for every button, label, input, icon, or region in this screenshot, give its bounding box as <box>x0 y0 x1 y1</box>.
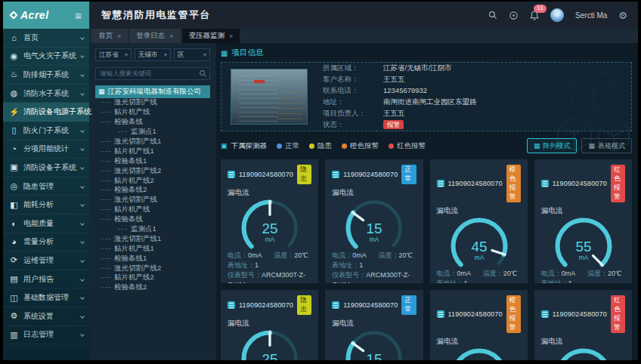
status-badge: 红色报警 <box>611 295 625 333</box>
tree-node[interactable]: 贴片机产线1 <box>95 244 210 254</box>
tree-node[interactable]: 激光切割产线2 <box>95 166 210 176</box>
tree-node-label: 贴片机产线 <box>114 107 150 117</box>
tab-label: 登录日志 <box>136 31 165 41</box>
tree-node[interactable]: 检验条线2 <box>95 282 210 292</box>
gauge-value: 55 <box>575 239 591 254</box>
chevron-down-icon <box>80 165 85 170</box>
tree-node[interactable]: 监测点1 <box>95 224 210 234</box>
avatar[interactable] <box>550 8 564 22</box>
region-select[interactable]: 无锡市 ▾ <box>135 48 171 61</box>
tree-node-label: 检验条线2 <box>114 185 147 195</box>
tree-node[interactable]: 激光切割产线2 <box>95 264 210 273</box>
sidebar-item[interactable]: ◍ 消防水子系统 <box>3 85 89 103</box>
detector-card[interactable]: 11909024580070 橙色报警 漏电流 45 mA <box>430 159 528 283</box>
view-mode-button[interactable]: ▦ 表格模式 <box>581 138 632 153</box>
chevron-down-icon <box>80 239 85 244</box>
tree-node[interactable]: 激光切割产线1 <box>95 137 210 147</box>
tree-node[interactable]: 激光切割产线1 <box>95 234 210 244</box>
tree-node[interactable]: 激光切割产线 <box>95 98 210 108</box>
gear-icon[interactable]: ⚙ <box>618 10 627 21</box>
view-mode-label: 阵列模式 <box>543 141 570 151</box>
caret-down-icon: ▾ <box>125 51 128 58</box>
gauge-value: 15 <box>367 221 382 236</box>
detector-card[interactable]: 11909024580070 红色报警 漏电流 55 mA <box>534 290 632 360</box>
tab-close-icon[interactable]: × <box>229 32 233 40</box>
sidebar-item[interactable]: ◐ 电能质量 <box>3 214 89 233</box>
sidebar-item[interactable]: ⟳ 运维管理 <box>3 251 89 270</box>
tab-bar: 首页 × 登录日志 × 变压器监测 × <box>89 29 638 43</box>
tree-node[interactable]: 贴片机产线2 <box>95 273 210 283</box>
sidebar-item[interactable]: ⌂ 首页 <box>3 29 89 48</box>
tab-close-icon[interactable]: × <box>169 32 173 40</box>
detector-card[interactable]: 11909024580070 橙色报警 漏电流 45 mA <box>430 290 528 360</box>
sidebar-item[interactable]: ▤ 用户报告 <box>3 270 89 289</box>
sidebar-item-label: 隐患管理 <box>23 181 54 192</box>
detector-card[interactable]: 11909024580070 正常 漏电流 15 mA <box>325 290 423 360</box>
chevron-down-icon <box>80 184 85 189</box>
chevron-down-icon <box>80 128 85 133</box>
sidebar-item-icon: ◎ <box>9 181 19 191</box>
status-badge: 橙色报警 <box>506 295 521 333</box>
tree-node-label: 贴片机产线1 <box>114 244 154 254</box>
region-filters: 江苏省 ▾ 无锡市 ▾ 区 ▾ <box>95 48 210 61</box>
brand-name: Acrel <box>20 9 49 21</box>
tab-label: 首页 <box>98 31 113 41</box>
sidebar-item[interactable]: ◎ 隐患管理 <box>3 177 89 196</box>
tab-close-icon[interactable]: × <box>117 32 121 40</box>
view-mode-button[interactable]: ▦ 阵列模式 <box>527 138 578 153</box>
sidebar-item[interactable]: ◫ 基础数据管理 <box>3 288 89 307</box>
tab[interactable]: 登录日志 × <box>129 29 180 43</box>
sidebar-item[interactable]: ▣ 消防设备子系统 <box>3 159 89 177</box>
status-badge: 隐患 <box>297 295 311 315</box>
region-select[interactable]: 江苏省 ▾ <box>95 48 132 61</box>
sidebar-item[interactable]: ▯ 防火门子系统 <box>3 122 89 140</box>
sidebar-item[interactable]: ⚡ 消防设备电源子系统 <box>3 103 89 122</box>
header-actions: 11 Sercti Ma ⚙ <box>488 8 627 22</box>
device-icon <box>332 301 339 309</box>
tree-node-label: 激光切割产线 <box>114 97 157 107</box>
chevron-down-icon <box>80 35 85 40</box>
tree-node[interactable]: 检验条线2 <box>95 186 210 196</box>
search-input[interactable] <box>95 67 210 80</box>
detector-card[interactable]: 11909024580070 隐患 漏电流 25 mA <box>221 290 318 360</box>
tree-root-node[interactable]: ▦ 江苏安科瑞电器制造有限公司 <box>95 85 210 98</box>
tree-node[interactable]: 检验条线1 <box>95 254 210 264</box>
tab[interactable]: 首页 × <box>91 29 128 43</box>
tree-node[interactable]: 贴片机产线2 <box>95 176 210 186</box>
sidebar-item[interactable]: ♨ 防排烟子系统 <box>3 66 89 85</box>
tab[interactable]: 变压器监测 × <box>182 29 240 43</box>
tree-node[interactable]: 检验条线 <box>95 117 210 127</box>
chevron-down-icon <box>80 221 85 226</box>
region-select[interactable]: 区 ▾ <box>174 48 210 61</box>
tree-node[interactable]: 贴片机产线 <box>95 107 210 117</box>
tree-node[interactable]: 监测点1 <box>95 127 210 137</box>
tree-node[interactable]: 贴片机产线 <box>95 205 210 214</box>
menu-toggle-icon[interactable]: ≡ <box>75 10 82 21</box>
search-icon[interactable] <box>488 11 497 20</box>
notifications-bell-icon[interactable]: 11 <box>530 11 539 20</box>
tree-node[interactable]: 检验条线1 <box>95 156 210 166</box>
sidebar-item[interactable]: ▥ 日志管理 <box>3 326 89 345</box>
sidebar-item[interactable]: ◧ 能耗分析 <box>3 196 89 214</box>
detector-card[interactable]: 11909024580070 红色报警 漏电流 55 mA <box>534 159 632 283</box>
leakage-gauge: 55 mA <box>541 347 626 360</box>
card-header: 11909024580070 隐患 <box>228 295 311 315</box>
sidebar-item[interactable]: ◔ 分项用能统计 <box>3 140 89 159</box>
detector-card[interactable]: 11909024580070 隐患 漏电流 25 mA <box>221 159 318 283</box>
device-tree-panel: 江苏省 ▾ 无锡市 ▾ 区 ▾ <box>89 43 216 360</box>
fullscreen-icon[interactable] <box>509 11 519 20</box>
sidebar: ⌂ 首页 ◉ 电气火灾子系统 ♨ 防排烟子系统 ◍ <box>3 29 89 360</box>
sidebar-item[interactable]: ◕ 需量分析 <box>3 233 89 252</box>
tree-node-label: 激光切割产线 <box>114 195 157 205</box>
detector-card[interactable]: 11909024580070 正常 漏电流 15 mA <box>325 159 423 283</box>
device-icon <box>437 180 444 187</box>
gauge-unit: mA <box>579 254 589 261</box>
legend-item-label: 正常 <box>285 141 299 151</box>
tree-node[interactable]: 检验条线 <box>95 214 210 224</box>
sidebar-item[interactable]: ◉ 电气火灾子系统 <box>3 48 89 66</box>
search-icon[interactable] <box>199 67 207 81</box>
temperature-field: 温度：20℃ <box>274 251 311 261</box>
tree-node[interactable]: 激光切割产线 <box>95 195 210 205</box>
sidebar-item[interactable]: ⚙ 系统设置 <box>3 307 89 326</box>
tree-node[interactable]: 贴片机产线1 <box>95 147 210 156</box>
